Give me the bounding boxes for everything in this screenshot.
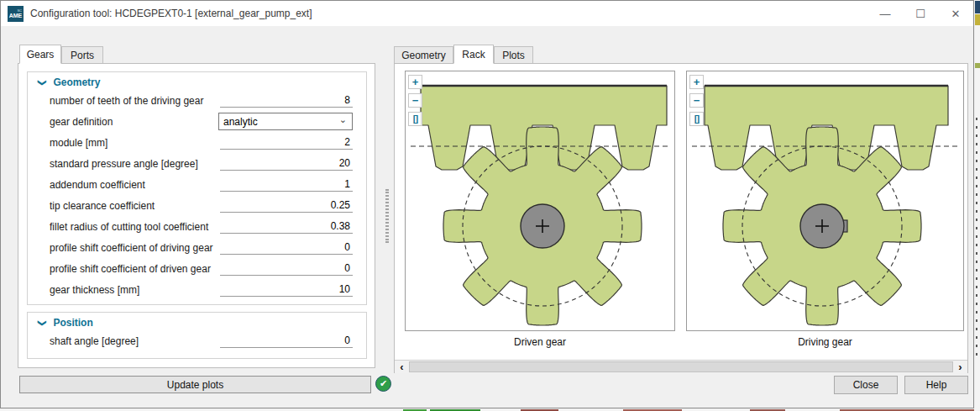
field-label: gear definition [50,116,218,128]
field-label: addendum coefficient [50,179,220,191]
zoom-in-icon[interactable]: + [408,75,422,89]
geometry-section-header[interactable]: ❯ Geometry [28,72,366,90]
gears-parameter-panel: ❯ Geometry number of teeth of the drivin… [18,63,375,368]
field-row: gear thickness [mm] 10 [28,279,366,300]
screen: SC AME Configuration tool: HCDEGPEXT0-1 … [0,0,980,411]
background-dashed-line [976,118,977,361]
driving-gear-view: + − [] [686,71,964,331]
zoom-fit-icon[interactable]: [] [408,112,422,126]
driving-gear-caption: Driving gear [686,336,964,348]
field-label: tip clearance coefficient [50,200,220,212]
close-window-button[interactable]: ✕ [938,1,973,26]
gear-thickness-input[interactable]: 10 [220,282,353,297]
driven-gear-view: + − [] [405,71,675,331]
maximize-button[interactable]: ☐ [903,1,938,26]
rack-view-panel: + − [] Driven gear + − [] Driving gear ‹ [394,63,968,373]
field-row: fillet radius of cutting tool coefficien… [28,216,366,237]
tab-gears[interactable]: Gears [19,45,61,64]
view-zoom-controls: + − [] [689,75,704,126]
field-row: tip clearance coefficient 0.25 [28,195,366,216]
field-row: number of teeth of the driving gear 8 [28,90,366,111]
field-label: profile shift coefficient of driving gea… [50,242,220,254]
scrollbar-thumb[interactable] [409,361,953,372]
collapse-chevron-icon[interactable]: ❯ [38,319,47,326]
zoom-in-icon[interactable]: + [689,75,704,89]
tip-clearance-input[interactable]: 0.25 [220,198,353,213]
field-label: standard pressure angle [degree] [50,158,220,170]
panel-splitter[interactable] [385,64,390,368]
position-section-title: Position [53,317,92,329]
field-label: profile shift coefficient of driven gear [50,263,220,275]
driving-gear-drawing [687,71,963,334]
field-label: gear thickness [mm] [50,284,220,296]
teeth-count-input[interactable]: 8 [220,93,353,108]
driven-gear-caption: Driven gear [405,336,675,348]
background-app-sliver [975,0,980,411]
field-label: module [mm] [50,137,220,149]
scroll-right-icon[interactable]: › [953,361,967,373]
configuration-tool-dialog: SC AME Configuration tool: HCDEGPEXT0-1 … [0,0,974,408]
profile-shift-driven-input[interactable]: 0 [220,261,353,276]
addendum-coefficient-input[interactable]: 1 [220,177,353,192]
position-section-header[interactable]: ❯ Position [28,313,366,330]
tab-rack-view[interactable]: Rack [453,45,494,64]
field-row: profile shift coefficient of driving gea… [28,237,366,258]
status-ok-icon: ✔ [375,376,391,392]
gear-definition-select[interactable]: analytic ⌄ [218,113,353,130]
amesim-app-icon: SC AME [8,6,24,22]
tab-ports[interactable]: Ports [61,46,103,64]
chevron-down-icon: ⌄ [339,114,347,125]
scroll-left-icon[interactable]: ‹ [395,361,409,373]
fillet-radius-input[interactable]: 0.38 [220,219,353,234]
pressure-angle-input[interactable]: 20 [220,156,353,171]
zoom-out-icon[interactable]: − [689,93,704,108]
collapse-chevron-icon[interactable]: ❯ [38,79,47,86]
close-button[interactable]: Close [834,376,898,394]
module-input[interactable]: 2 [220,135,353,150]
zoom-out-icon[interactable]: − [408,93,422,108]
background-pixel-block [975,1,980,13]
field-row: module [mm] 2 [28,132,366,153]
field-label: number of teeth of the driving gear [50,95,220,107]
splitter-grip-icon [385,189,389,243]
title-bar[interactable]: SC AME Configuration tool: HCDEGPEXT0-1 … [1,1,973,26]
profile-shift-driving-input[interactable]: 0 [220,240,353,255]
update-plots-button[interactable]: Update plots [19,376,371,393]
tab-geometry-view[interactable]: Geometry [394,46,453,64]
field-label: fillet radius of cutting tool coefficien… [50,221,220,233]
geometry-groupbox: ❯ Geometry number of teeth of the drivin… [27,71,367,305]
tab-plots-view[interactable]: Plots [494,46,533,64]
horizontal-scrollbar: ‹ › [395,360,967,373]
field-row: addendum coefficient 1 [28,174,366,195]
geometry-section-title: Geometry [53,76,100,88]
view-zoom-controls: + − [] [408,75,422,126]
help-button[interactable]: Help [904,376,968,394]
background-pixel-block [975,14,980,25]
position-groupbox: ❯ Position shaft angle [degree] 0 [27,312,367,359]
field-row: profile shift coefficient of driven gear… [28,258,366,279]
driven-gear-drawing [406,71,674,334]
minimize-button[interactable]: — [867,1,903,26]
field-row: gear definition analytic ⌄ [28,111,366,132]
background-pixel-block [975,63,980,68]
selected-option: analytic [223,116,258,128]
field-row: standard pressure angle [degree] 20 [28,153,366,174]
field-label: shaft angle [degree] [50,335,220,347]
zoom-fit-icon[interactable]: [] [689,112,704,126]
field-row: shaft angle [degree] 0 [28,330,366,351]
window-title: Configuration tool: HCDEGPEXT0-1 [extern… [30,8,312,19]
shaft-angle-input[interactable]: 0 [220,334,353,348]
window-controls: — ☐ ✕ [867,1,973,26]
